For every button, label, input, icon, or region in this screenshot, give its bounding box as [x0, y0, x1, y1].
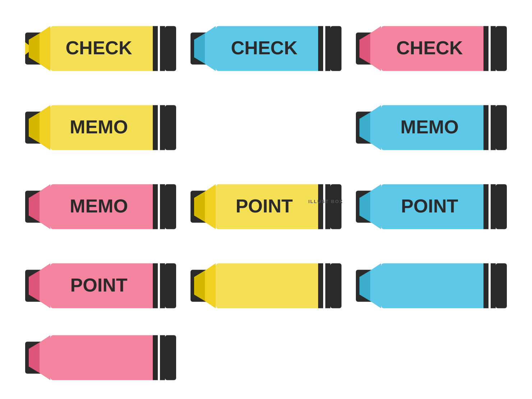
marker-yellow-check: CHECK	[25, 20, 176, 77]
svg-rect-80	[330, 263, 341, 308]
svg-rect-55	[325, 184, 330, 229]
svg-rect-92	[153, 335, 158, 380]
svg-marker-44	[40, 184, 50, 229]
svg-rect-63	[491, 184, 496, 229]
svg-rect-86	[491, 263, 496, 308]
svg-rect-64	[496, 184, 507, 229]
svg-rect-6	[165, 26, 176, 71]
svg-rect-14	[318, 26, 323, 71]
marker-yellow-blank	[191, 257, 341, 315]
svg-rect-22	[483, 26, 489, 71]
svg-text:MEMO: MEMO	[400, 116, 459, 137]
svg-rect-5	[160, 26, 165, 71]
svg-rect-77	[216, 263, 320, 308]
svg-rect-72	[165, 263, 176, 308]
marker-pink-memo: MEMO	[25, 178, 176, 235]
svg-rect-23	[491, 26, 496, 71]
svg-rect-47	[160, 184, 165, 229]
svg-rect-93	[160, 335, 165, 380]
svg-marker-20	[370, 26, 381, 71]
marker-blue-memo: MEMO	[356, 99, 507, 156]
svg-rect-15	[325, 26, 330, 71]
svg-rect-16	[330, 26, 341, 71]
svg-rect-30	[153, 105, 158, 150]
marker-grid: CHECK CHECK CHECK	[23, 13, 509, 386]
svg-rect-32	[165, 105, 176, 150]
svg-rect-56	[330, 184, 341, 229]
svg-marker-28	[40, 105, 50, 150]
marker-yellow-point: POINT	[191, 178, 341, 235]
svg-text:CHECK: CHECK	[396, 37, 463, 58]
marker-blue-blank	[356, 257, 507, 315]
svg-rect-24	[496, 26, 507, 71]
svg-rect-39	[491, 105, 496, 150]
svg-text:POINT: POINT	[401, 196, 458, 216]
svg-rect-70	[153, 263, 158, 308]
marker-pink-blank	[25, 329, 176, 386]
marker-blue-point: POINT	[356, 178, 507, 235]
svg-rect-87	[496, 263, 507, 308]
svg-rect-54	[318, 184, 323, 229]
svg-rect-38	[483, 105, 489, 150]
svg-marker-36	[370, 105, 381, 150]
svg-rect-94	[165, 335, 176, 380]
svg-rect-48	[165, 184, 176, 229]
svg-rect-62	[483, 184, 489, 229]
svg-rect-84	[381, 263, 485, 308]
svg-text:CHECK: CHECK	[66, 37, 132, 58]
svg-text:MEMO: MEMO	[70, 116, 128, 137]
svg-marker-83	[370, 263, 381, 308]
svg-marker-12	[205, 26, 216, 71]
marker-yellow-memo: MEMO	[25, 99, 176, 156]
svg-rect-79	[325, 263, 330, 308]
svg-rect-46	[153, 184, 158, 229]
svg-marker-60	[370, 184, 381, 229]
svg-text:POINT: POINT	[70, 275, 128, 295]
marker-blue-check: CHECK	[191, 20, 341, 77]
svg-text:MEMO: MEMO	[70, 196, 128, 216]
svg-rect-4	[153, 26, 158, 71]
svg-text:CHECK: CHECK	[231, 37, 298, 58]
svg-rect-40	[496, 105, 507, 150]
svg-marker-68	[40, 263, 50, 308]
svg-rect-85	[483, 263, 489, 308]
watermark-label: ILLUST BOX	[308, 199, 343, 204]
svg-text:POINT: POINT	[236, 196, 293, 216]
svg-rect-71	[160, 263, 165, 308]
svg-marker-52	[205, 184, 216, 229]
svg-marker-90	[40, 335, 50, 380]
svg-rect-78	[318, 263, 323, 308]
svg-rect-31	[160, 105, 165, 150]
marker-pink-point: POINT	[25, 257, 176, 315]
svg-marker-8	[40, 26, 50, 71]
svg-marker-76	[205, 263, 216, 308]
svg-rect-91	[50, 335, 155, 380]
marker-pink-check: CHECK	[356, 20, 507, 77]
